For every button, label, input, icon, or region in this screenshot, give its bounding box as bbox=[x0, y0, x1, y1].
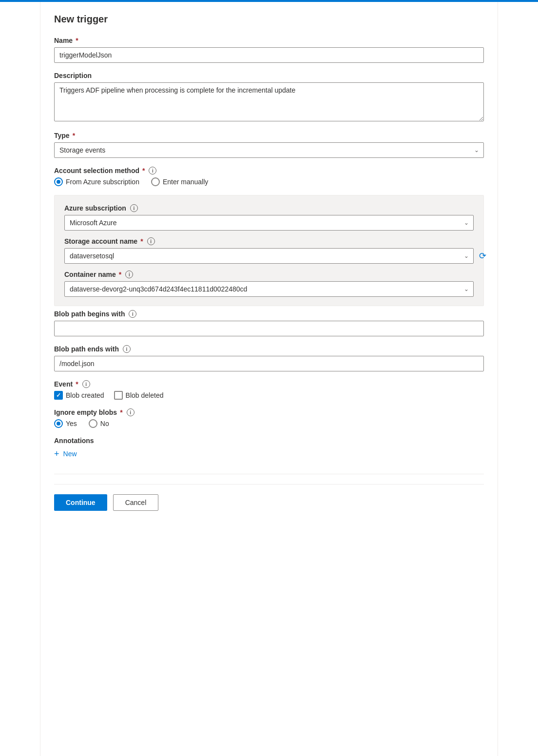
storage-account-required-star: * bbox=[140, 237, 143, 245]
name-input[interactable] bbox=[54, 47, 484, 63]
container-info-icon[interactable]: i bbox=[125, 271, 133, 278]
radio-enter-manually-label: Enter manually bbox=[163, 178, 208, 186]
container-label: Container name * i bbox=[64, 271, 474, 278]
blob-begins-input[interactable] bbox=[54, 321, 484, 336]
type-field-group: Type * Storage events ⌄ bbox=[54, 132, 484, 158]
storage-account-field-group: Storage account name * i dataversetosql … bbox=[64, 237, 474, 264]
name-label: Name * bbox=[54, 37, 484, 44]
plus-icon: + bbox=[54, 449, 59, 458]
blob-begins-label: Blob path begins with i bbox=[54, 310, 484, 318]
annotations-label: Annotations bbox=[54, 437, 484, 445]
blob-created-checkbox-item[interactable]: ✓ Blob created bbox=[54, 391, 104, 400]
blob-deleted-checkbox bbox=[114, 391, 123, 400]
radio-no[interactable]: No bbox=[89, 419, 109, 428]
storage-account-info-icon[interactable]: i bbox=[147, 237, 155, 245]
type-required-star: * bbox=[73, 132, 75, 139]
event-field-group: Event * i ✓ Blob created Blob deleted bbox=[54, 380, 484, 400]
radio-from-azure-circle bbox=[54, 177, 63, 186]
event-checkbox-group: ✓ Blob created Blob deleted bbox=[54, 391, 484, 400]
ignore-empty-info-icon[interactable]: i bbox=[127, 408, 134, 416]
footer-buttons: Continue Cancel bbox=[54, 484, 484, 511]
storage-account-refresh-icon[interactable]: ⟳ bbox=[479, 251, 486, 261]
ignore-empty-label: Ignore empty blobs * i bbox=[54, 408, 484, 416]
type-select[interactable]: Storage events bbox=[54, 142, 484, 158]
footer-divider bbox=[54, 474, 484, 474]
radio-yes-label: Yes bbox=[66, 420, 77, 427]
account-method-required-star: * bbox=[142, 167, 145, 174]
azure-sub-select[interactable]: Microsoft Azure bbox=[64, 215, 474, 231]
blob-created-check-icon: ✓ bbox=[56, 392, 61, 399]
azure-sub-label: Azure subscription i bbox=[64, 204, 474, 212]
description-field-group: Description Triggers ADF pipeline when p… bbox=[54, 72, 484, 123]
ignore-empty-radio-group: Yes No bbox=[54, 419, 484, 428]
ignore-empty-required-star: * bbox=[120, 408, 122, 416]
radio-yes-circle bbox=[54, 419, 63, 428]
blob-ends-label: Blob path ends with i bbox=[54, 345, 484, 353]
blob-created-label: Blob created bbox=[66, 391, 104, 399]
blob-begins-info-icon[interactable]: i bbox=[129, 310, 136, 318]
radio-yes[interactable]: Yes bbox=[54, 419, 77, 428]
panel-title: New trigger bbox=[54, 14, 484, 25]
radio-from-azure[interactable]: From Azure subscription bbox=[54, 177, 139, 186]
blob-created-checkbox: ✓ bbox=[54, 391, 63, 400]
radio-enter-manually[interactable]: Enter manually bbox=[151, 177, 208, 186]
radio-no-label: No bbox=[100, 420, 109, 427]
description-input[interactable]: Triggers ADF pipeline when processing is… bbox=[54, 82, 484, 121]
event-info-icon[interactable]: i bbox=[82, 380, 90, 388]
event-required-star: * bbox=[76, 380, 78, 388]
container-field-group: Container name * i dataverse-devorg2-unq… bbox=[64, 271, 474, 297]
account-method-radio-group: From Azure subscription Enter manually bbox=[54, 177, 484, 186]
radio-from-azure-label: From Azure subscription bbox=[66, 178, 139, 186]
blob-ends-info-icon[interactable]: i bbox=[123, 345, 131, 353]
blob-deleted-checkbox-item[interactable]: Blob deleted bbox=[114, 391, 164, 400]
account-method-label: Account selection method * i bbox=[54, 167, 484, 174]
add-annotation-button[interactable]: + New bbox=[54, 447, 77, 460]
storage-account-label: Storage account name * i bbox=[64, 237, 474, 245]
blob-ends-field-group: Blob path ends with i bbox=[54, 345, 484, 371]
new-annotation-label: New bbox=[63, 450, 77, 458]
ignore-empty-field-group: Ignore empty blobs * i Yes No bbox=[54, 408, 484, 428]
continue-button[interactable]: Continue bbox=[54, 494, 107, 511]
event-label: Event * i bbox=[54, 380, 484, 388]
container-required-star: * bbox=[119, 271, 121, 278]
blob-deleted-label: Blob deleted bbox=[126, 391, 164, 399]
container-select[interactable]: dataverse-devorg2-unq3cd674d243f4ec11811… bbox=[64, 281, 474, 297]
account-method-info-icon[interactable]: i bbox=[149, 167, 156, 174]
cancel-button[interactable]: Cancel bbox=[113, 494, 159, 511]
radio-no-circle bbox=[89, 419, 97, 428]
azure-sub-select-wrapper: Microsoft Azure ⌄ bbox=[64, 215, 474, 231]
radio-enter-manually-circle bbox=[151, 177, 160, 186]
container-select-wrapper: dataverse-devorg2-unq3cd674d243f4ec11811… bbox=[64, 281, 474, 297]
subscription-inner-box: Azure subscription i Microsoft Azure ⌄ S… bbox=[54, 195, 484, 306]
name-required-star: * bbox=[76, 37, 78, 44]
blob-ends-input[interactable] bbox=[54, 356, 484, 371]
blob-begins-field-group: Blob path begins with i bbox=[54, 310, 484, 336]
name-field-group: Name * bbox=[54, 37, 484, 63]
azure-sub-info-icon[interactable]: i bbox=[130, 204, 138, 212]
type-select-wrapper: Storage events ⌄ bbox=[54, 142, 484, 158]
type-label: Type * bbox=[54, 132, 484, 139]
account-method-field-group: Account selection method * i From Azure … bbox=[54, 167, 484, 186]
storage-account-select[interactable]: dataversetosql bbox=[64, 248, 474, 264]
annotations-section: Annotations + New bbox=[54, 437, 484, 460]
description-label: Description bbox=[54, 72, 484, 79]
storage-account-select-wrapper: dataversetosql ⌄ ⟳ bbox=[64, 248, 474, 264]
azure-sub-field-group: Azure subscription i Microsoft Azure ⌄ bbox=[64, 204, 474, 231]
